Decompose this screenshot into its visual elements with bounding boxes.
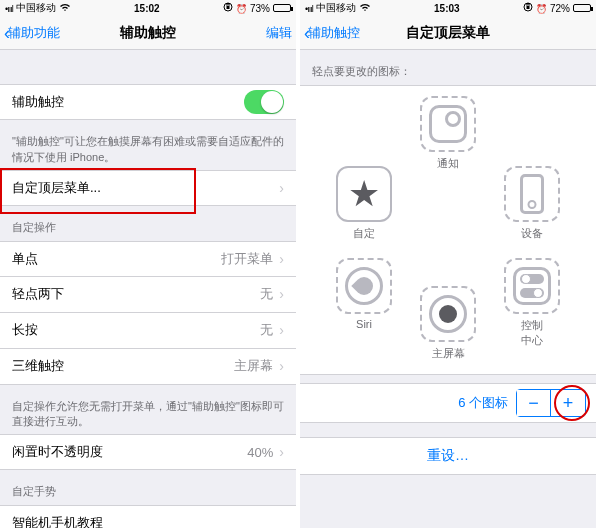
back-button[interactable]: ‹ 辅助触控 xyxy=(304,24,360,42)
notifications-icon xyxy=(429,105,467,143)
pod-label: Siri xyxy=(328,318,400,330)
clock: 15:03 xyxy=(434,3,460,14)
pod-label: 通知 xyxy=(412,156,484,171)
chevron-right-icon: › xyxy=(279,322,284,338)
signal-icon xyxy=(305,3,313,14)
gestures-header: 自定手势 xyxy=(0,470,296,504)
chevron-right-icon: › xyxy=(279,180,284,196)
reset-label: 重设… xyxy=(427,447,469,465)
back-label: 辅助触控 xyxy=(308,24,360,42)
clock: 15:02 xyxy=(134,3,160,14)
siri-icon xyxy=(345,267,383,305)
battery-icon xyxy=(573,4,591,12)
stepper-plus-button[interactable]: + xyxy=(551,390,585,416)
chevron-right-icon: › xyxy=(279,251,284,267)
control-center-icon xyxy=(513,267,551,305)
toggle-footer: "辅助触控"可让您在触摸屏幕有困难或需要自适应配件的情况下使用 iPhone。 xyxy=(0,120,296,170)
status-bar: 中国移动 15:02 73% xyxy=(0,0,296,16)
orientation-lock-icon xyxy=(523,2,533,14)
stepper-minus-button[interactable]: − xyxy=(517,390,551,416)
back-button[interactable]: ‹ 辅助功能 xyxy=(4,24,60,42)
action-long-press-row[interactable]: 长按 无› xyxy=(0,313,296,349)
alarm-icon xyxy=(236,3,247,14)
nav-bar: ‹ 辅助触控 自定顶层菜单 xyxy=(300,16,596,50)
icon-count-stepper: − + xyxy=(516,389,586,417)
alarm-icon xyxy=(536,3,547,14)
signal-icon xyxy=(5,3,13,14)
chevron-right-icon: › xyxy=(279,286,284,302)
toggle-label: 辅助触控 xyxy=(12,93,64,111)
customize-top-level-row[interactable]: 自定顶层菜单... › xyxy=(0,170,296,206)
actions-footer: 自定操作允许您无需打开菜单，通过"辅助触控"图标即可直接进行互动。 xyxy=(0,385,296,435)
battery-pct: 73% xyxy=(250,3,270,14)
orientation-lock-icon xyxy=(223,2,233,14)
action-label: 单点 xyxy=(12,250,38,268)
pod-siri[interactable]: Siri xyxy=(328,258,400,330)
pod-notifications[interactable]: 通知 xyxy=(412,96,484,171)
chevron-right-icon: › xyxy=(279,358,284,374)
action-double-tap-row[interactable]: 轻点两下 无› xyxy=(0,277,296,313)
phone-right: 中国移动 15:03 72% ‹ 辅助触控 自定顶层菜单 xyxy=(300,0,596,528)
action-value: 打开菜单 xyxy=(221,250,273,268)
pod-label: 设备 xyxy=(496,226,568,241)
wifi-icon xyxy=(59,3,71,14)
action-3d-touch-row[interactable]: 三维触控 主屏幕› xyxy=(0,349,296,385)
pod-control-center[interactable]: 控制 中心 xyxy=(496,258,568,348)
reset-button[interactable]: 重设… xyxy=(300,437,596,475)
svg-rect-1 xyxy=(226,6,229,9)
pod-label: 主屏幕 xyxy=(412,346,484,361)
action-label: 长按 xyxy=(12,321,38,339)
device-icon xyxy=(520,174,544,214)
pod-home[interactable]: 主屏幕 xyxy=(412,286,484,361)
icon-count-label: 6 个图标 xyxy=(458,394,508,412)
chevron-right-icon: › xyxy=(279,444,284,460)
svg-rect-3 xyxy=(526,6,529,9)
pod-label: 控制 中心 xyxy=(496,318,568,348)
custom-actions-header: 自定操作 xyxy=(0,206,296,240)
gestures-label: 智能机手机教程 xyxy=(12,514,103,528)
toggle-switch[interactable] xyxy=(244,90,284,114)
edit-button[interactable]: 编辑 xyxy=(266,24,292,42)
gestures-row[interactable]: 智能机手机教程 xyxy=(0,505,296,528)
star-icon: ★ xyxy=(348,176,380,212)
action-value: 无 xyxy=(260,285,273,303)
battery-icon xyxy=(273,4,291,12)
instruction-label: 轻点要更改的图标： xyxy=(300,50,596,85)
action-label: 三维触控 xyxy=(12,357,64,375)
opacity-value: 40% xyxy=(247,445,273,460)
action-value: 无 xyxy=(260,321,273,339)
idle-opacity-row[interactable]: 闲置时不透明度 40%› xyxy=(0,434,296,470)
status-bar: 中国移动 15:03 72% xyxy=(300,0,596,16)
home-icon xyxy=(429,295,467,333)
opacity-label: 闲置时不透明度 xyxy=(12,443,103,461)
carrier-label: 中国移动 xyxy=(316,1,356,15)
action-single-tap-row[interactable]: 单点 打开菜单› xyxy=(0,241,296,277)
pod-label: 自定 xyxy=(328,226,400,241)
icon-grid: 通知 ★ 自定 设备 Siri 主屏幕 控制 中心 xyxy=(300,85,596,375)
pod-device[interactable]: 设备 xyxy=(496,166,568,241)
customize-label: 自定顶层菜单... xyxy=(12,179,101,197)
pod-custom[interactable]: ★ 自定 xyxy=(328,166,400,241)
icon-count-row: 6 个图标 − + xyxy=(300,383,596,423)
action-label: 轻点两下 xyxy=(12,285,64,303)
action-value: 主屏幕 xyxy=(234,357,273,375)
phone-left: 中国移动 15:02 73% ‹ 辅助功能 辅助触控 编辑 xyxy=(0,0,296,528)
nav-bar: ‹ 辅助功能 辅助触控 编辑 xyxy=(0,16,296,50)
assistivetouch-toggle-row[interactable]: 辅助触控 xyxy=(0,84,296,120)
back-label: 辅助功能 xyxy=(8,24,60,42)
battery-pct: 72% xyxy=(550,3,570,14)
carrier-label: 中国移动 xyxy=(16,1,56,15)
wifi-icon xyxy=(359,3,371,14)
